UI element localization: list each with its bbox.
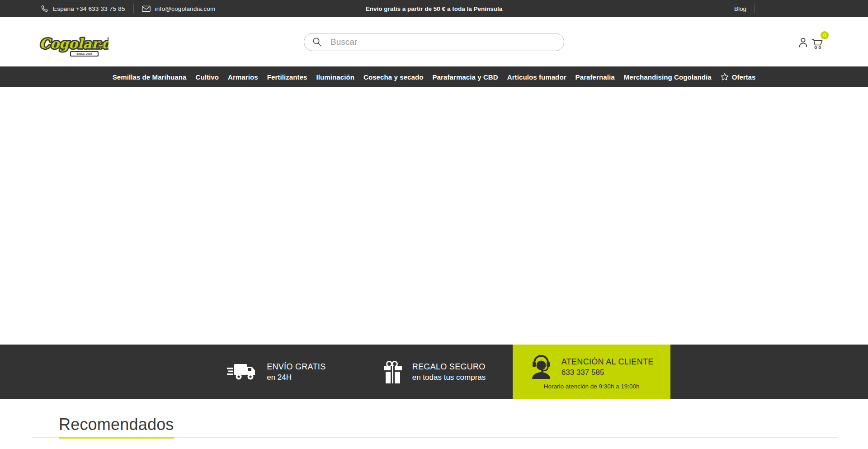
- search-input[interactable]: [330, 37, 556, 47]
- feature-subtitle: en todas tus compras: [412, 373, 486, 382]
- nav-item-cultivo[interactable]: Cultivo: [191, 73, 224, 81]
- feature-free-shipping: ENVÍO GRATIS en 24H: [198, 345, 355, 399]
- logo-tagline-banner: SINCE 2008: [70, 51, 99, 57]
- logo-tagline: SINCE 2008: [76, 52, 92, 55]
- blog-link[interactable]: Blog: [734, 5, 746, 12]
- recommended-section: Recomendados: [0, 399, 868, 449]
- cart-count-badge[interactable]: 0: [821, 31, 829, 39]
- cannabis-leaf-icon: [98, 42, 104, 49]
- header-actions: 0: [797, 35, 838, 58]
- hero-slider-area: [0, 87, 868, 345]
- cart-icon[interactable]: [811, 38, 823, 51]
- nav-item-fertilizantes[interactable]: Fertilizantes: [263, 73, 312, 81]
- nav-item-merchandising[interactable]: Merchandising Cogolandia: [619, 73, 716, 81]
- nav-item-iluminacion[interactable]: Iluminación: [312, 73, 359, 81]
- feature-title: ATENCIÓN AL CLIENTE: [561, 357, 654, 367]
- nav-item-semillas[interactable]: Semillas de Marihuana: [108, 73, 191, 81]
- topbar-email[interactable]: info@cogolandia.com: [155, 5, 216, 12]
- topbar-contact-group: España +34 633 33 75 85 info@cogolandia.…: [0, 5, 215, 13]
- headset-icon: [530, 354, 552, 380]
- nav-item-armarios[interactable]: Armarios: [223, 73, 263, 81]
- recommended-title: Recomendados: [59, 416, 174, 439]
- feature-title: ENVÍO GRATIS: [267, 362, 326, 372]
- truck-icon: [227, 362, 258, 383]
- feature-note: Horario atención de 9:30h a 19:00h: [544, 383, 640, 390]
- site-logo[interactable]: Cogolandia SINCE 2008: [38, 30, 108, 60]
- search-icon[interactable]: [312, 37, 322, 47]
- site-header: Cogolandia SINCE 2008: [0, 17, 868, 66]
- main-nav: Semillas de Marihuana Cultivo Armarios F…: [0, 66, 868, 87]
- search-bar[interactable]: [304, 33, 564, 51]
- features-strip: ENVÍO GRATIS en 24H: [0, 345, 868, 399]
- topbar-phone[interactable]: España +34 633 33 75 85: [53, 5, 125, 12]
- star-icon: [721, 73, 729, 81]
- nav-item-parafarmacia[interactable]: Parafarmacia y CBD: [428, 73, 502, 81]
- topbar-divider: [133, 5, 134, 13]
- topbar-right-group: Blog: [734, 4, 755, 14]
- nav-item-ofertas-label: Ofertas: [732, 73, 756, 81]
- feature-gift: REGALO SEGURO en todas tus compras: [355, 345, 513, 399]
- gift-icon: [382, 360, 403, 384]
- nav-item-articulos-fumador[interactable]: Artículos fumador: [503, 73, 571, 81]
- feature-customer-service: ATENCIÓN AL CLIENTE 633 337 585 Horario …: [513, 345, 670, 399]
- feature-title: REGALO SEGURO: [412, 362, 486, 372]
- feature-phone[interactable]: 633 337 585: [561, 368, 654, 377]
- feature-subtitle: en 24H: [267, 373, 326, 382]
- nav-item-ofertas[interactable]: Ofertas: [716, 73, 760, 81]
- topbar-divider: [755, 4, 755, 14]
- email-icon: [142, 5, 151, 12]
- top-bar: España +34 633 33 75 85 info@cogolandia.…: [0, 0, 868, 17]
- account-icon[interactable]: [797, 37, 809, 50]
- phone-icon: [41, 5, 48, 13]
- nav-item-parafernalia[interactable]: Parafernalia: [571, 73, 619, 81]
- nav-item-cosecha[interactable]: Cosecha y secado: [359, 73, 428, 81]
